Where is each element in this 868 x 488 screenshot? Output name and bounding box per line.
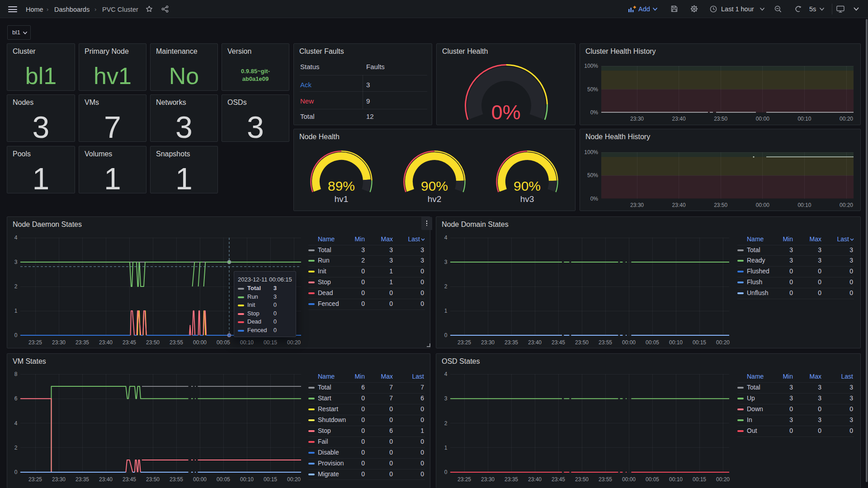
svg-text:1: 1 <box>444 308 448 314</box>
svg-text:00:05: 00:05 <box>217 476 230 483</box>
svg-text:00:10: 00:10 <box>797 116 811 122</box>
svg-text:0: 0 <box>14 332 18 338</box>
svg-text:00:00: 00:00 <box>193 476 207 483</box>
svg-text:23:50: 23:50 <box>575 339 589 346</box>
svg-text:23:40: 23:40 <box>672 202 686 208</box>
svg-text:0%: 0% <box>590 196 599 202</box>
svg-text:23:50: 23:50 <box>714 116 727 122</box>
svg-text:23:25: 23:25 <box>458 476 471 483</box>
svg-text:0: 0 <box>14 469 18 475</box>
svg-text:23:40: 23:40 <box>672 116 686 122</box>
svg-text:23:35: 23:35 <box>75 339 89 346</box>
svg-text:6: 6 <box>14 395 18 402</box>
svg-text:23:35: 23:35 <box>75 476 89 483</box>
svg-text:4: 4 <box>444 235 448 241</box>
svg-text:23:55: 23:55 <box>599 476 612 483</box>
svg-text:23:25: 23:25 <box>28 476 42 483</box>
svg-text:23:30: 23:30 <box>52 476 66 483</box>
svg-text:00:10: 00:10 <box>797 202 811 208</box>
svg-text:2: 2 <box>14 445 18 451</box>
svg-text:00:15: 00:15 <box>264 476 277 483</box>
svg-text:23:55: 23:55 <box>599 339 612 346</box>
svg-text:23:50: 23:50 <box>146 339 160 346</box>
svg-text:23:45: 23:45 <box>123 339 136 346</box>
svg-text:23:30: 23:30 <box>481 339 495 346</box>
svg-text:23:30: 23:30 <box>630 202 644 208</box>
svg-text:3: 3 <box>444 259 448 265</box>
svg-text:23:30: 23:30 <box>630 116 644 122</box>
svg-text:23:50: 23:50 <box>146 476 160 483</box>
svg-text:23:40: 23:40 <box>99 339 113 346</box>
svg-text:23:50: 23:50 <box>714 202 727 208</box>
svg-text:50%: 50% <box>587 86 598 93</box>
svg-text:23:25: 23:25 <box>458 339 471 346</box>
svg-text:100%: 100% <box>584 149 598 155</box>
svg-text:23:40: 23:40 <box>99 476 113 483</box>
svg-text:23:35: 23:35 <box>505 339 518 346</box>
svg-text:00:00: 00:00 <box>756 202 769 208</box>
svg-text:00:00: 00:00 <box>622 339 636 346</box>
svg-text:100%: 100% <box>584 63 598 69</box>
svg-text:00:10: 00:10 <box>240 339 254 346</box>
svg-text:2: 2 <box>444 283 448 290</box>
svg-text:23:45: 23:45 <box>552 339 565 346</box>
svg-text:4: 4 <box>14 420 18 427</box>
svg-text:00:20: 00:20 <box>716 339 730 346</box>
svg-text:00:20: 00:20 <box>716 476 730 483</box>
svg-text:00:10: 00:10 <box>240 476 254 483</box>
svg-text:00:20: 00:20 <box>840 116 853 122</box>
svg-text:23:30: 23:30 <box>52 339 66 346</box>
svg-text:00:05: 00:05 <box>646 339 659 346</box>
svg-text:00:05: 00:05 <box>646 476 659 483</box>
svg-text:4: 4 <box>14 235 18 241</box>
svg-text:23:25: 23:25 <box>28 339 42 346</box>
svg-text:2: 2 <box>14 283 18 290</box>
svg-text:3: 3 <box>444 395 448 402</box>
svg-text:00:20: 00:20 <box>287 476 301 483</box>
svg-text:00:00: 00:00 <box>622 476 636 483</box>
svg-text:00:15: 00:15 <box>693 476 706 483</box>
svg-text:23:35: 23:35 <box>505 476 518 483</box>
svg-text:23:40: 23:40 <box>528 476 542 483</box>
svg-text:2: 2 <box>444 420 448 427</box>
svg-text:23:40: 23:40 <box>528 339 542 346</box>
svg-text:00:10: 00:10 <box>669 339 683 346</box>
svg-text:1: 1 <box>14 308 18 314</box>
svg-text:23:55: 23:55 <box>170 476 183 483</box>
svg-text:8: 8 <box>14 371 18 377</box>
svg-text:0%: 0% <box>590 109 599 116</box>
svg-text:23:30: 23:30 <box>481 476 495 483</box>
svg-text:00:05: 00:05 <box>217 339 230 346</box>
svg-text:0: 0 <box>444 469 448 475</box>
svg-text:00:00: 00:00 <box>193 339 207 346</box>
svg-text:00:00: 00:00 <box>756 116 769 122</box>
svg-text:00:15: 00:15 <box>264 339 277 346</box>
svg-text:00:20: 00:20 <box>287 339 301 346</box>
svg-text:23:50: 23:50 <box>575 476 589 483</box>
svg-text:50%: 50% <box>587 172 598 178</box>
svg-text:23:55: 23:55 <box>170 339 183 346</box>
svg-text:23:45: 23:45 <box>123 476 136 483</box>
svg-text:1: 1 <box>444 445 448 451</box>
svg-text:3: 3 <box>14 259 18 265</box>
svg-text:23:45: 23:45 <box>552 476 565 483</box>
svg-text:00:20: 00:20 <box>840 202 853 208</box>
svg-text:0: 0 <box>444 332 448 338</box>
svg-text:4: 4 <box>444 371 448 377</box>
svg-text:00:10: 00:10 <box>669 476 683 483</box>
svg-text:00:15: 00:15 <box>693 339 706 346</box>
